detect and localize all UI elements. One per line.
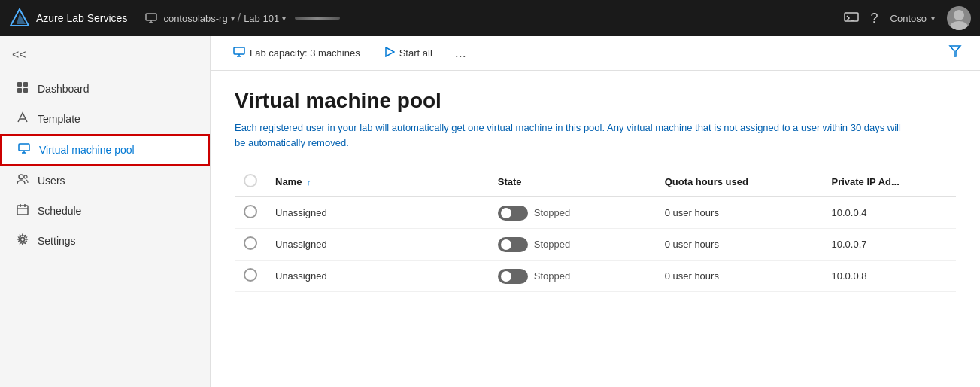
breadcrumb: contosolabs-rg ▾ / Lab 101 ▾ (145, 11, 340, 25)
row-radio-2[interactable] (244, 268, 257, 282)
svg-rect-10 (23, 82, 28, 87)
command-bar: Lab capacity: 3 machines Start all ... (211, 36, 980, 71)
user-dropdown-icon: ▾ (931, 14, 935, 23)
start-all-label: Start all (399, 47, 432, 59)
breadcrumb-separator: / (238, 11, 241, 25)
schedule-icon (15, 203, 30, 218)
topbar: Azure Lab Services contosolabs-rg ▾ / La… (0, 0, 980, 36)
th-name[interactable]: Name ↑ (266, 168, 489, 197)
users-icon (15, 173, 30, 188)
th-ip: Private IP Ad... (822, 168, 956, 197)
loading-bar (295, 17, 340, 20)
sidebar-item-users[interactable]: Users (0, 166, 210, 196)
help-btn[interactable]: ? (871, 11, 878, 26)
avatar-icon (947, 6, 971, 30)
breadcrumb-org[interactable]: contosolabs-rg ▾ (163, 13, 234, 24)
template-icon (15, 111, 30, 126)
user-menu[interactable]: Contoso ▾ (890, 13, 935, 24)
app-title: Azure Lab Services (36, 12, 127, 24)
table-row: Unassigned Stopped 0 user hours 10.0.0.7 (235, 229, 956, 261)
main-content: Lab capacity: 3 machines Start all ... V… (211, 36, 980, 387)
sidebar-item-settings[interactable]: Settings (0, 226, 210, 256)
dashboard-icon (15, 81, 30, 96)
org-dropdown-icon: ▾ (231, 14, 235, 23)
table-header: Name ↑ State Quota hours used Private IP… (235, 168, 956, 197)
filter-btn[interactable] (948, 44, 962, 62)
svg-rect-12 (23, 88, 28, 93)
svg-rect-11 (17, 88, 22, 93)
user-label: Contoso (890, 13, 927, 24)
table-row: Unassigned Stopped 0 user hours 10.0.0.4 (235, 197, 956, 229)
svg-rect-19 (17, 206, 28, 215)
state-toggle-1[interactable] (498, 237, 528, 252)
sidebar-item-template[interactable]: Template (0, 104, 210, 134)
svg-point-17 (19, 175, 23, 179)
cell-name-0: Unassigned (266, 197, 489, 229)
cell-quota-0: 0 user hours (656, 197, 823, 229)
lab-dropdown-icon: ▾ (282, 14, 286, 23)
cell-quota-2: 0 user hours (656, 261, 823, 292)
logo[interactable]: Azure Lab Services (9, 8, 127, 29)
cell-state-1: Stopped (489, 229, 656, 261)
content-area: << Dashboard (0, 36, 980, 387)
state-label-1: Stopped (534, 239, 570, 250)
lab-capacity-item[interactable]: Lab capacity: 3 machines (229, 44, 365, 62)
sidebar-item-vm-pool-label: Virtual machine pool (39, 144, 135, 156)
breadcrumb-lab[interactable]: Lab 101 ▾ (244, 13, 286, 24)
more-options-btn[interactable]: ... (452, 45, 469, 61)
svg-rect-24 (234, 47, 244, 54)
th-quota: Quota hours used (656, 168, 823, 197)
cell-state-0: Stopped (489, 197, 656, 229)
cell-ip-1: 10.0.0.7 (822, 229, 956, 261)
cloud-shell-icon (844, 12, 859, 24)
sidebar: << Dashboard (0, 36, 211, 387)
svg-point-18 (24, 175, 27, 178)
cell-ip-0: 10.0.0.4 (822, 197, 956, 229)
lab-capacity-icon (233, 47, 245, 59)
page-description: Each registered user in your lab will au… (235, 120, 912, 150)
topbar-right: ? Contoso ▾ (844, 6, 971, 30)
state-label-0: Stopped (534, 207, 570, 218)
svg-point-23 (21, 238, 25, 242)
page-body: Virtual machine pool Each registered use… (211, 71, 980, 387)
state-toggle-0[interactable] (498, 206, 528, 221)
filter-icon (948, 44, 962, 58)
monitor-icon-btn[interactable] (844, 12, 859, 24)
row-radio-0[interactable] (244, 205, 257, 218)
page-title: Virtual machine pool (235, 89, 956, 113)
row-radio-1[interactable] (244, 236, 257, 250)
th-state: State (489, 168, 656, 197)
svg-marker-28 (950, 46, 960, 56)
cell-ip-2: 10.0.0.8 (822, 261, 956, 292)
sidebar-item-schedule-label: Schedule (38, 205, 81, 217)
sidebar-item-dashboard[interactable]: Dashboard (0, 74, 210, 104)
header-radio[interactable] (244, 174, 257, 187)
sidebar-item-dashboard-label: Dashboard (38, 83, 90, 95)
lab-capacity-label: Lab capacity: 3 machines (250, 47, 360, 59)
cell-state-2: Stopped (489, 261, 656, 292)
state-label-2: Stopped (534, 270, 570, 282)
user-avatar[interactable] (947, 6, 971, 30)
sidebar-item-users-label: Users (38, 175, 65, 187)
sidebar-collapse-btn[interactable]: << (0, 42, 38, 68)
start-all-btn[interactable]: Start all (380, 44, 437, 62)
vm-table: Name ↑ State Quota hours used Private IP… (235, 168, 956, 292)
th-select (235, 168, 266, 197)
sidebar-nav: Dashboard Template (0, 74, 210, 256)
table-row: Unassigned Stopped 0 user hours 10.0.0.8 (235, 261, 956, 292)
svg-rect-2 (146, 14, 156, 20)
svg-point-8 (950, 21, 968, 30)
azure-logo-icon (9, 8, 30, 29)
cell-name-2: Unassigned (266, 261, 489, 292)
monitor-icon (145, 13, 157, 23)
sidebar-item-settings-label: Settings (38, 235, 76, 247)
sidebar-item-vm-pool[interactable]: Virtual machine pool (0, 134, 210, 166)
vm-pool-icon (17, 143, 32, 157)
sort-asc-icon: ↑ (307, 178, 311, 187)
svg-rect-9 (17, 82, 22, 87)
sidebar-item-schedule[interactable]: Schedule (0, 196, 210, 226)
svg-marker-27 (386, 47, 394, 56)
state-toggle-2[interactable] (498, 269, 528, 284)
cell-name-1: Unassigned (266, 229, 489, 261)
svg-point-7 (954, 10, 964, 20)
